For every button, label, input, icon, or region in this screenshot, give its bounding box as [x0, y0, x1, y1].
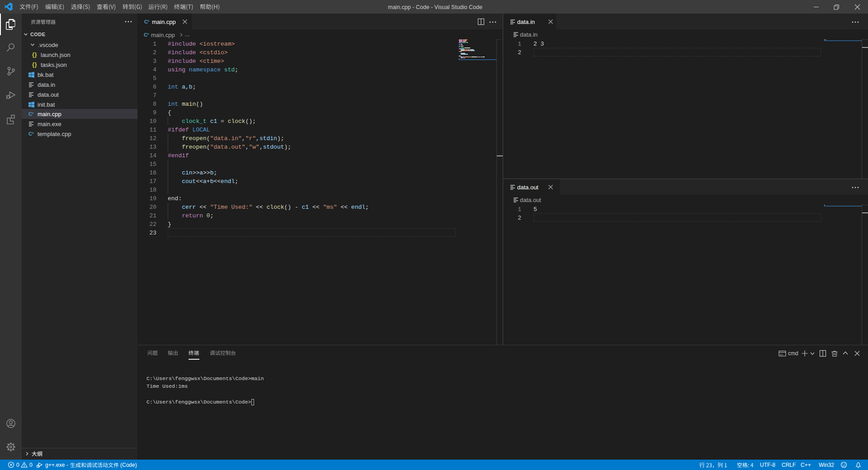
svg-text:C: C: [144, 32, 147, 38]
svg-text:C:\: C:\: [780, 353, 783, 356]
svg-text:C: C: [28, 131, 32, 136]
svg-text:C: C: [144, 19, 148, 24]
svg-text:C: C: [28, 111, 32, 117]
